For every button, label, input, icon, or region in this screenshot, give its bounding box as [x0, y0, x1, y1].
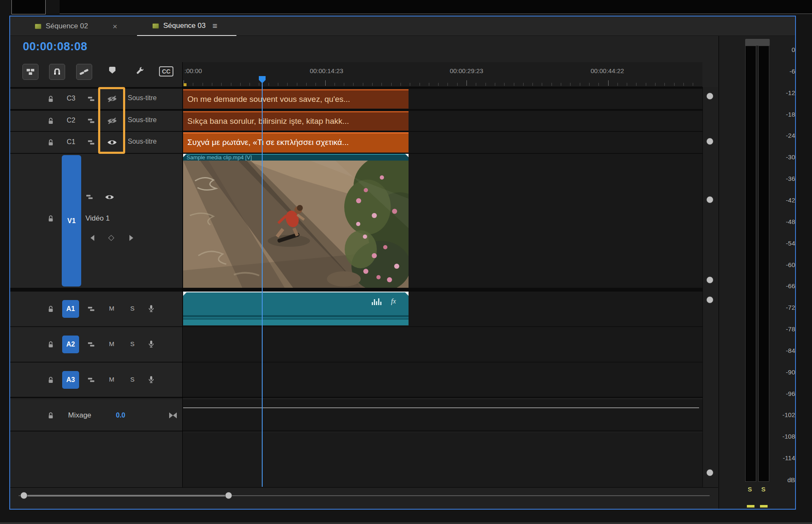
caption-track-row-c1: C1 Sous-titre Συχνά με ρωτάνε, «Τι σε εκ…: [10, 132, 702, 153]
close-tab-icon[interactable]: ×: [112, 22, 117, 30]
voiceover-mic-icon[interactable]: [148, 340, 154, 348]
track-lock-icon[interactable]: [47, 95, 54, 103]
track-patch-icon[interactable]: [88, 377, 95, 382]
mute-button[interactable]: M: [107, 340, 117, 347]
timeline-settings-button[interactable]: [136, 66, 144, 74]
tab-sequence-03[interactable]: Séquence 03 ≡: [137, 16, 236, 36]
zoom-handle-left[interactable]: [20, 492, 27, 499]
ruler-tick: [401, 83, 401, 86]
solo-button[interactable]: S: [127, 305, 137, 312]
solo-button[interactable]: S: [127, 376, 137, 383]
timecode-display[interactable]: 00:00:08:08: [23, 40, 88, 53]
track-header: A1 M S: [10, 292, 182, 326]
ruler-tick: [391, 83, 392, 86]
fade-handle[interactable]: [405, 292, 409, 296]
track-lock-icon[interactable]: [47, 117, 54, 125]
captions-display-button[interactable]: CC: [159, 66, 173, 76]
track-patch-icon[interactable]: [88, 306, 95, 311]
master-keyframe-toggle-icon[interactable]: [169, 412, 177, 418]
ruler-tick: [447, 83, 448, 86]
tab-sequence-02[interactable]: Séquence 02 ×: [27, 16, 141, 36]
scroll-knob[interactable]: [706, 469, 713, 476]
empty-header-area: [10, 432, 182, 487]
add-keyframe-icon[interactable]: [108, 235, 114, 241]
audio-track-row-a1: A1 M S fx: [10, 292, 702, 327]
track-lock-icon[interactable]: [47, 376, 54, 384]
caption-clip[interactable]: Sıkça bana sorulur, bilirsiniz işte, kit…: [183, 111, 409, 131]
scroll-knob[interactable]: [706, 276, 713, 284]
scroll-knob[interactable]: [706, 196, 713, 203]
fade-handle[interactable]: [183, 292, 187, 296]
track-patch-icon[interactable]: [88, 118, 95, 123]
audio-track-target-badge[interactable]: A3: [62, 371, 79, 389]
ruler-tick: [683, 83, 684, 86]
audio-track-target-badge[interactable]: A1: [62, 300, 79, 318]
track-lock-icon[interactable]: [47, 139, 54, 146]
playhead-line[interactable]: [262, 82, 263, 487]
track-lock-icon[interactable]: [47, 215, 54, 222]
time-ruler[interactable]: :00:00 00:00:14:23 00:00:29:23 00:00:44:…: [182, 62, 702, 87]
db-scale-label: -24: [771, 132, 795, 139]
tab-label: Séquence 03: [163, 22, 206, 30]
ruler-tick: [438, 83, 439, 86]
caption-visibility-off-icon[interactable]: [107, 117, 117, 124]
track-patch-icon[interactable]: [88, 140, 95, 145]
voiceover-mic-icon[interactable]: [148, 376, 154, 383]
audio-clip[interactable]: fx: [183, 292, 409, 325]
track-source-icon[interactable]: [86, 194, 93, 199]
ruler-tick: [514, 83, 514, 86]
solo-button[interactable]: S: [127, 340, 137, 347]
vertical-scroll-column[interactable]: [702, 87, 718, 487]
mute-button[interactable]: M: [107, 376, 117, 383]
track-header: A2 M S: [10, 327, 182, 362]
track-lock-icon[interactable]: [47, 305, 54, 313]
scroll-knob[interactable]: [706, 296, 713, 303]
track-lock-icon[interactable]: [47, 412, 54, 419]
master-volume-value[interactable]: 0.0: [116, 412, 125, 419]
track-patch-icon[interactable]: [88, 96, 95, 101]
caption-visibility-off-icon[interactable]: [107, 96, 117, 102]
ruler-tick: [297, 83, 297, 86]
linked-selection-button[interactable]: [76, 64, 92, 80]
video-track-target-badge[interactable]: V1: [62, 155, 81, 287]
track-name: C2: [64, 117, 78, 124]
scrollbar-range[interactable]: [24, 495, 229, 497]
panel-menu-icon[interactable]: ≡: [212, 22, 217, 30]
db-scale-label: -54: [771, 240, 795, 247]
zoom-handle-right[interactable]: [225, 492, 232, 499]
snap-button[interactable]: [49, 64, 65, 80]
caption-clip-selected[interactable]: Συχνά με ρωτάνε, «Τι σε εκπλήσσει σχετικ…: [183, 132, 409, 153]
ruler-tick: [561, 83, 561, 86]
next-keyframe-icon[interactable]: [129, 235, 133, 241]
meter-solo-right[interactable]: S: [761, 486, 765, 493]
track-type-label: Sous-titre: [128, 116, 156, 124]
previous-keyframe-icon[interactable]: [91, 235, 94, 241]
track-header: C1 Sous-titre: [10, 132, 182, 153]
track-lock-icon[interactable]: [47, 341, 54, 348]
nest-toggle-button[interactable]: [22, 64, 38, 80]
ruler-tick: [269, 83, 269, 86]
scroll-knob[interactable]: [706, 138, 713, 145]
audio-track-target-badge[interactable]: A2: [62, 336, 79, 353]
ruler-tick: [495, 83, 495, 86]
caption-clip[interactable]: On me demande souvent vous savez, qu'es.…: [183, 89, 409, 109]
ruler-tick: [203, 83, 203, 86]
magnet-icon: [53, 68, 61, 75]
scroll-knob[interactable]: [706, 93, 713, 100]
tab-label: Séquence 02: [46, 22, 88, 30]
db-scale-label: -18: [771, 111, 795, 118]
master-volume-rubber-band[interactable]: [183, 407, 699, 408]
caption-visibility-on-icon[interactable]: [107, 139, 117, 146]
track-output-eye-icon[interactable]: [105, 194, 114, 200]
meter-solo-left[interactable]: S: [748, 486, 752, 493]
mute-button[interactable]: M: [107, 305, 117, 312]
voiceover-mic-icon[interactable]: [148, 305, 154, 312]
video-track-name[interactable]: Vidéo 1: [85, 214, 110, 223]
video-clip[interactable]: Sample media clip.mp4 [V]: [183, 154, 409, 288]
ruler-tick: [627, 83, 627, 86]
video-thumbnail-image: [183, 161, 409, 288]
track-patch-icon[interactable]: [88, 342, 95, 347]
track-header: C2 Sous-titre: [10, 111, 182, 131]
db-scale-label: -36: [771, 175, 795, 182]
add-marker-button[interactable]: [109, 66, 116, 74]
